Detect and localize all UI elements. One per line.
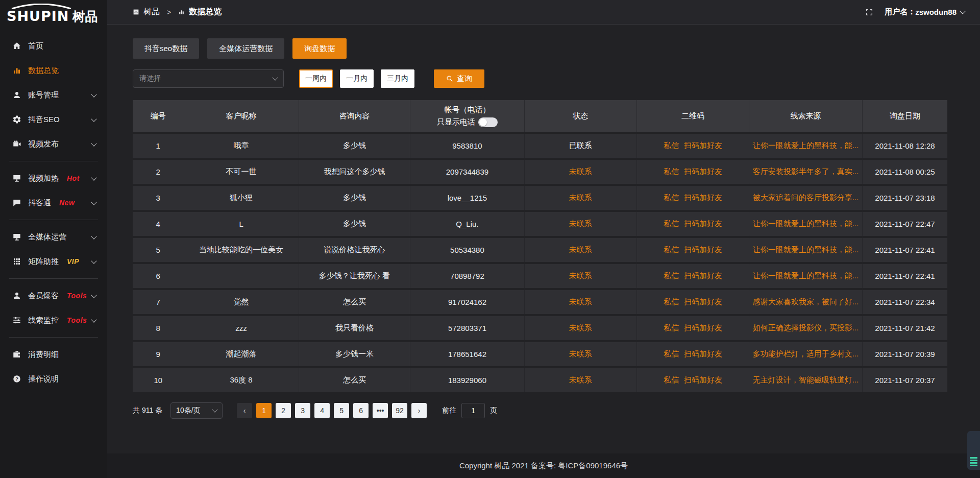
cell-status: 未联系 <box>525 238 637 262</box>
scan-add-friend-link[interactable]: 扫码加好友 <box>684 219 722 228</box>
tab-button[interactable]: 询盘数据 <box>292 38 347 59</box>
scan-add-friend-link[interactable]: 扫码加好友 <box>684 349 722 358</box>
page-button[interactable]: 4 <box>314 403 330 418</box>
tab-button[interactable]: 全媒体运营数据 <box>207 38 284 59</box>
private-message-link[interactable]: 私信 <box>664 167 679 176</box>
page-button[interactable]: ••• <box>373 403 388 418</box>
tab-button[interactable]: 抖音seo数据 <box>133 38 199 59</box>
fullscreen-icon[interactable] <box>865 8 873 16</box>
private-message-link[interactable]: 私信 <box>664 297 679 306</box>
cell-qrcode: 私信 扫码加好友 <box>637 342 749 366</box>
column-header-qrcode: 二维码 <box>637 100 749 132</box>
scan-add-friend-link[interactable]: 扫码加好友 <box>684 193 722 202</box>
phone-only-toggle[interactable] <box>478 117 498 127</box>
cell-source[interactable]: 多功能护栏灯，适用于乡村文... <box>749 342 863 366</box>
cell-nickname: 潮起潮落 <box>184 342 299 366</box>
cell-source[interactable]: 被大家追着问的客厅投影分享... <box>749 186 863 210</box>
cell-qrcode: 私信 扫码加好友 <box>637 186 749 210</box>
scan-add-friend-link[interactable]: 扫码加好友 <box>684 297 722 306</box>
page-button[interactable]: 1 <box>256 403 272 418</box>
sidebar-item-video-heating[interactable]: 视频加热 Hot <box>0 166 107 190</box>
monitor-icon <box>12 232 21 242</box>
window-icon <box>133 9 139 15</box>
scan-add-friend-link[interactable]: 扫码加好友 <box>684 323 722 332</box>
sidebar-item-label: 抖客通 <box>28 198 51 208</box>
cell-source[interactable]: 让你一眼就爱上的黑科技，能... <box>749 264 863 288</box>
search-button[interactable]: 查询 <box>434 69 484 88</box>
time-filter-button[interactable]: 一周内 <box>299 69 333 88</box>
private-message-link[interactable]: 私信 <box>664 245 679 254</box>
page-button[interactable]: 6 <box>353 403 369 418</box>
cell-account: 9583810 <box>410 134 524 158</box>
next-page-button[interactable]: › <box>411 403 427 418</box>
sliders-icon <box>12 316 21 325</box>
scan-add-friend-link[interactable]: 扫码加好友 <box>684 271 722 280</box>
scan-add-friend-link[interactable]: 扫码加好友 <box>684 141 722 150</box>
scan-add-friend-link[interactable]: 扫码加好友 <box>684 245 722 254</box>
column-header-content: 咨询内容 <box>299 100 411 132</box>
cell-content: 怎么买 <box>299 290 411 314</box>
user-menu[interactable]: 用户名： zswodun88 <box>885 7 965 17</box>
private-message-link[interactable]: 私信 <box>664 193 679 202</box>
sidebar-item-video-publish[interactable]: 视频发布 <box>0 132 107 156</box>
sidebar-item-douyin-seo[interactable]: 抖音SEO <box>0 107 107 132</box>
private-message-link[interactable]: 私信 <box>664 219 679 228</box>
page-button[interactable]: 5 <box>334 403 349 418</box>
cell-id: 10 <box>133 368 184 392</box>
scan-add-friend-link[interactable]: 扫码加好友 <box>684 167 722 176</box>
page-button[interactable]: 3 <box>295 403 310 418</box>
filter-select[interactable]: 请选择 <box>133 69 284 88</box>
sidebar-item-data-overview[interactable]: 数据总览 <box>0 58 107 83</box>
screen-icon <box>12 174 21 183</box>
sidebar-item-home[interactable]: 首页 <box>0 34 107 58</box>
private-message-link[interactable]: 私信 <box>664 323 679 332</box>
cell-content: 我想问这个多少钱 <box>299 160 411 184</box>
sidebar-item-instructions[interactable]: 操作说明 <box>0 367 107 391</box>
private-message-link[interactable]: 私信 <box>664 141 679 150</box>
cell-source[interactable]: 让你一眼就爱上的黑科技，能... <box>749 134 863 158</box>
cell-nickname: 哦章 <box>184 134 299 158</box>
sidebar-menu: 首页 数据总览 账号管理 <box>0 34 107 391</box>
page-button[interactable]: 92 <box>392 403 407 418</box>
sidebar-item-omnimedia-operation[interactable]: 全媒体运营 <box>0 225 107 249</box>
sidebar-item-account-management[interactable]: 账号管理 <box>0 83 107 107</box>
time-filter-button[interactable]: 三月内 <box>381 69 414 88</box>
chevron-down-icon <box>92 202 96 204</box>
cell-source[interactable]: 客厅安装投影半年多了，真实... <box>749 160 863 184</box>
cell-id: 9 <box>133 342 184 366</box>
sidebar-item-leads-monitor[interactable]: 线索监控 Tools <box>0 308 107 332</box>
time-filter-button[interactable]: 一月内 <box>340 69 374 88</box>
cell-source[interactable]: 无主灯设计，智能磁吸轨道灯... <box>749 368 863 392</box>
goto-page-input[interactable] <box>461 403 485 418</box>
sidebar-item-expense-detail[interactable]: 消费明细 <box>0 342 107 367</box>
private-message-link[interactable]: 私信 <box>664 271 679 280</box>
sidebar-item-douketong[interactable]: 抖客通 New <box>0 190 107 215</box>
private-message-link[interactable]: 私信 <box>664 375 679 384</box>
cell-content: 怎么买 <box>299 368 411 392</box>
breadcrumb-root[interactable]: 树品 <box>143 7 160 17</box>
sidebar-item-label: 矩阵助推 <box>28 257 59 267</box>
filter-select-placeholder: 请选择 <box>139 74 161 83</box>
page-button[interactable]: 2 <box>276 403 291 418</box>
account-header-title: 帐号（电话） <box>410 105 524 115</box>
cell-source[interactable]: 让你一眼就爱上的黑科技，能... <box>749 238 863 262</box>
goto-label: 前往 <box>442 406 456 415</box>
cell-source[interactable]: 让你一眼就爱上的黑科技，能... <box>749 212 863 236</box>
cell-source[interactable]: 感谢大家喜欢我家，被问了好... <box>749 290 863 314</box>
private-message-link[interactable]: 私信 <box>664 349 679 358</box>
cell-qrcode: 私信 扫码加好友 <box>637 290 749 314</box>
scan-add-friend-link[interactable]: 扫码加好友 <box>684 375 722 384</box>
copyright-text: Copyright 树品 2021 备案号: 粤ICP备09019646号 <box>459 461 628 471</box>
cell-status: 未联系 <box>525 368 637 392</box>
sidebar-item-label: 消费明细 <box>28 350 59 360</box>
sidebar-item-member-burst[interactable]: 会员爆客 Tools <box>0 283 107 308</box>
cell-account: 178651642 <box>410 342 524 366</box>
prev-page-button[interactable]: ‹ <box>237 403 252 418</box>
sidebar-item-matrix-boost[interactable]: 矩阵助推 VIP <box>0 249 107 274</box>
page-size-select[interactable]: 10条/页 <box>170 402 223 419</box>
floating-widget[interactable] <box>967 431 980 470</box>
cell-nickname: 36度 8 <box>184 368 299 392</box>
cell-source[interactable]: 如何正确选择投影仪，买投影... <box>749 316 863 340</box>
cell-qrcode: 私信 扫码加好友 <box>637 264 749 288</box>
chevron-down-icon <box>961 11 965 13</box>
